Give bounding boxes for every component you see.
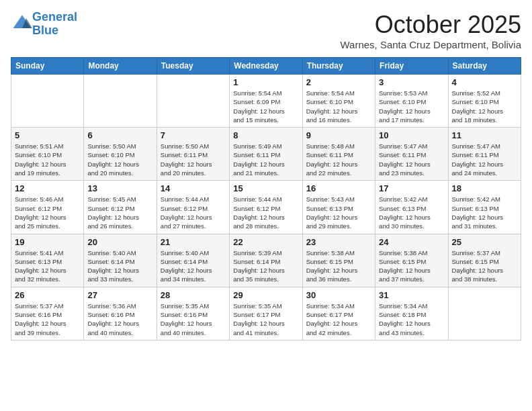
logo: General Blue	[11, 11, 77, 38]
day-info: Sunrise: 5:48 AM Sunset: 6:11 PM Dayligh…	[306, 142, 371, 177]
day-info: Sunrise: 5:53 AM Sunset: 6:10 PM Dayligh…	[379, 89, 444, 124]
day-number: 7	[161, 130, 226, 140]
calendar-cell: 14Sunrise: 5:44 AM Sunset: 6:12 PM Dayli…	[157, 181, 229, 234]
calendar-cell: 16Sunrise: 5:43 AM Sunset: 6:13 PM Dayli…	[302, 181, 375, 234]
day-info: Sunrise: 5:38 AM Sunset: 6:15 PM Dayligh…	[379, 248, 444, 284]
calendar-cell: 22Sunrise: 5:39 AM Sunset: 6:14 PM Dayli…	[230, 234, 302, 287]
calendar-cell: 19Sunrise: 5:41 AM Sunset: 6:13 PM Dayli…	[11, 234, 84, 287]
calendar-cell: 10Sunrise: 5:47 AM Sunset: 6:11 PM Dayli…	[375, 128, 448, 181]
day-info: Sunrise: 5:44 AM Sunset: 6:12 PM Dayligh…	[233, 195, 298, 230]
day-info: Sunrise: 5:54 AM Sunset: 6:09 PM Dayligh…	[233, 89, 298, 124]
day-info: Sunrise: 5:50 AM Sunset: 6:10 PM Dayligh…	[87, 142, 152, 177]
day-number: 2	[306, 77, 371, 87]
calendar-cell: 21Sunrise: 5:40 AM Sunset: 6:14 PM Dayli…	[157, 234, 229, 287]
calendar-week-1: 1Sunrise: 5:54 AM Sunset: 6:09 PM Daylig…	[11, 75, 521, 128]
day-info: Sunrise: 5:51 AM Sunset: 6:10 PM Dayligh…	[15, 142, 80, 177]
weekday-header-tuesday: Tuesday	[157, 58, 229, 75]
weekday-header-friday: Friday	[375, 58, 448, 75]
day-number: 16	[306, 183, 371, 193]
day-number: 31	[379, 290, 444, 300]
day-info: Sunrise: 5:45 AM Sunset: 6:12 PM Dayligh…	[87, 195, 152, 230]
day-number: 1	[233, 77, 298, 87]
calendar-cell: 25Sunrise: 5:37 AM Sunset: 6:15 PM Dayli…	[448, 234, 521, 287]
day-number: 18	[452, 183, 517, 193]
calendar-cell: 6Sunrise: 5:50 AM Sunset: 6:10 PM Daylig…	[84, 128, 157, 181]
day-info: Sunrise: 5:40 AM Sunset: 6:14 PM Dayligh…	[161, 248, 226, 284]
title-section: October 2025 Warnes, Santa Cruz Departme…	[340, 11, 521, 50]
day-info: Sunrise: 5:38 AM Sunset: 6:15 PM Dayligh…	[306, 248, 371, 284]
day-number: 12	[15, 183, 80, 193]
calendar-week-5: 26Sunrise: 5:37 AM Sunset: 6:16 PM Dayli…	[11, 287, 521, 340]
day-number: 30	[306, 290, 371, 300]
day-number: 21	[161, 237, 226, 247]
day-info: Sunrise: 5:35 AM Sunset: 6:17 PM Dayligh…	[233, 302, 298, 337]
day-number: 28	[161, 290, 226, 300]
day-number: 22	[233, 237, 298, 247]
day-info: Sunrise: 5:34 AM Sunset: 6:18 PM Dayligh…	[379, 302, 444, 337]
day-info: Sunrise: 5:52 AM Sunset: 6:10 PM Dayligh…	[452, 89, 517, 124]
day-number: 6	[87, 130, 152, 140]
calendar-cell: 13Sunrise: 5:45 AM Sunset: 6:12 PM Dayli…	[84, 181, 157, 234]
day-info: Sunrise: 5:36 AM Sunset: 6:16 PM Dayligh…	[87, 302, 152, 337]
weekday-header-row: SundayMondayTuesdayWednesdayThursdayFrid…	[11, 58, 521, 75]
weekday-header-saturday: Saturday	[448, 58, 521, 75]
day-number: 19	[15, 237, 80, 247]
day-number: 8	[233, 130, 298, 140]
day-info: Sunrise: 5:37 AM Sunset: 6:16 PM Dayligh…	[15, 302, 80, 337]
weekday-header-wednesday: Wednesday	[230, 58, 302, 75]
calendar-cell: 5Sunrise: 5:51 AM Sunset: 6:10 PM Daylig…	[11, 128, 84, 181]
calendar-cell: 23Sunrise: 5:38 AM Sunset: 6:15 PM Dayli…	[302, 234, 375, 287]
calendar-cell: 15Sunrise: 5:44 AM Sunset: 6:12 PM Dayli…	[230, 181, 302, 234]
calendar-cell: 18Sunrise: 5:42 AM Sunset: 6:13 PM Dayli…	[448, 181, 521, 234]
month-title: October 2025	[340, 11, 521, 39]
calendar-cell: 31Sunrise: 5:34 AM Sunset: 6:18 PM Dayli…	[375, 287, 448, 340]
day-info: Sunrise: 5:47 AM Sunset: 6:11 PM Dayligh…	[452, 142, 517, 177]
calendar-cell: 12Sunrise: 5:46 AM Sunset: 6:12 PM Dayli…	[11, 181, 84, 234]
day-number: 13	[87, 183, 152, 193]
day-info: Sunrise: 5:44 AM Sunset: 6:12 PM Dayligh…	[161, 195, 226, 230]
day-info: Sunrise: 5:37 AM Sunset: 6:15 PM Dayligh…	[452, 248, 517, 284]
logo-text: General Blue	[32, 11, 77, 38]
day-number: 10	[379, 130, 444, 140]
calendar-cell	[448, 287, 521, 340]
location-title: Warnes, Santa Cruz Department, Bolivia	[340, 39, 521, 50]
calendar-cell: 29Sunrise: 5:35 AM Sunset: 6:17 PM Dayli…	[230, 287, 302, 340]
day-info: Sunrise: 5:43 AM Sunset: 6:13 PM Dayligh…	[306, 195, 371, 230]
day-number: 15	[233, 183, 298, 193]
day-number: 17	[379, 183, 444, 193]
day-number: 27	[87, 290, 152, 300]
calendar-cell: 4Sunrise: 5:52 AM Sunset: 6:10 PM Daylig…	[448, 75, 521, 128]
calendar-cell: 30Sunrise: 5:34 AM Sunset: 6:17 PM Dayli…	[302, 287, 375, 340]
day-info: Sunrise: 5:50 AM Sunset: 6:11 PM Dayligh…	[161, 142, 226, 177]
calendar-cell: 9Sunrise: 5:48 AM Sunset: 6:11 PM Daylig…	[302, 128, 375, 181]
day-info: Sunrise: 5:46 AM Sunset: 6:12 PM Dayligh…	[15, 195, 80, 230]
day-number: 14	[161, 183, 226, 193]
logo-icon	[12, 13, 32, 33]
calendar-cell: 17Sunrise: 5:42 AM Sunset: 6:13 PM Dayli…	[375, 181, 448, 234]
calendar-cell: 27Sunrise: 5:36 AM Sunset: 6:16 PM Dayli…	[84, 287, 157, 340]
calendar-week-4: 19Sunrise: 5:41 AM Sunset: 6:13 PM Dayli…	[11, 234, 521, 287]
calendar-cell: 2Sunrise: 5:54 AM Sunset: 6:10 PM Daylig…	[302, 75, 375, 128]
day-number: 5	[15, 130, 80, 140]
calendar-cell	[11, 75, 84, 128]
calendar-cell: 11Sunrise: 5:47 AM Sunset: 6:11 PM Dayli…	[448, 128, 521, 181]
day-number: 26	[15, 290, 80, 300]
page-header: General Blue October 2025 Warnes, Santa …	[11, 11, 521, 50]
day-info: Sunrise: 5:47 AM Sunset: 6:11 PM Dayligh…	[379, 142, 444, 177]
day-info: Sunrise: 5:42 AM Sunset: 6:13 PM Dayligh…	[452, 195, 517, 230]
calendar-cell: 7Sunrise: 5:50 AM Sunset: 6:11 PM Daylig…	[157, 128, 229, 181]
day-number: 29	[233, 290, 298, 300]
day-info: Sunrise: 5:49 AM Sunset: 6:11 PM Dayligh…	[233, 142, 298, 177]
calendar-table: SundayMondayTuesdayWednesdayThursdayFrid…	[11, 57, 521, 340]
day-number: 25	[452, 237, 517, 247]
calendar-cell: 8Sunrise: 5:49 AM Sunset: 6:11 PM Daylig…	[230, 128, 302, 181]
day-number: 24	[379, 237, 444, 247]
day-number: 4	[452, 77, 517, 87]
calendar-cell: 20Sunrise: 5:40 AM Sunset: 6:14 PM Dayli…	[84, 234, 157, 287]
day-info: Sunrise: 5:54 AM Sunset: 6:10 PM Dayligh…	[306, 89, 371, 124]
calendar-cell: 26Sunrise: 5:37 AM Sunset: 6:16 PM Dayli…	[11, 287, 84, 340]
calendar-week-2: 5Sunrise: 5:51 AM Sunset: 6:10 PM Daylig…	[11, 128, 521, 181]
calendar-cell	[84, 75, 157, 128]
day-number: 9	[306, 130, 371, 140]
weekday-header-monday: Monday	[84, 58, 157, 75]
